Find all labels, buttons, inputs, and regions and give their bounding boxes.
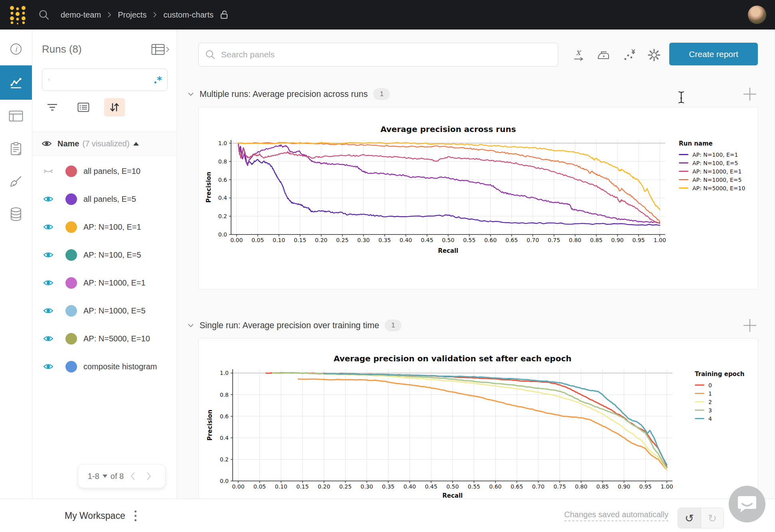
runs-search-input[interactable] <box>54 75 153 85</box>
legend-entry: 0 <box>695 381 745 389</box>
svg-text:0.2: 0.2 <box>218 213 227 219</box>
eye-visible-icon[interactable] <box>43 306 53 315</box>
run-row[interactable]: all panels, E=10 <box>32 157 176 185</box>
sort-icon[interactable] <box>104 98 125 116</box>
svg-text:0.45: 0.45 <box>421 237 433 243</box>
prev-page-icon[interactable] <box>126 469 140 483</box>
workspace-menu-icon[interactable] <box>131 508 140 524</box>
eye-visible-icon[interactable] <box>43 223 53 231</box>
svg-text:0.80: 0.80 <box>569 237 581 243</box>
breadcrumb-projects[interactable]: Projects <box>118 10 146 20</box>
eye-visible-icon[interactable] <box>43 250 53 259</box>
run-name: AP: N=1000, E=1 <box>83 278 146 288</box>
breadcrumb-project-name[interactable]: custom-charts <box>163 10 214 20</box>
section-header-single-run[interactable]: Single run: Average precision over train… <box>188 315 401 336</box>
redo-button[interactable]: ↻ <box>701 508 724 528</box>
svg-text:0.20: 0.20 <box>318 483 330 490</box>
avatar[interactable] <box>748 6 766 24</box>
page-range-dropdown[interactable]: 1-8 <box>88 472 99 481</box>
run-row[interactable]: AP: N=1000, E=5 <box>32 297 176 325</box>
svg-text:0.05: 0.05 <box>251 237 264 243</box>
svg-text:0.6: 0.6 <box>220 413 229 420</box>
outliers-icon[interactable] <box>621 47 637 63</box>
chart-panel-average-precision-across-runs[interactable]: 0.000.050.100.150.200.250.300.350.400.45… <box>198 107 758 290</box>
breadcrumb-team[interactable]: demo-team <box>61 10 101 20</box>
search-icon <box>48 75 50 85</box>
run-color-dot <box>65 333 77 345</box>
svg-text:0.15: 0.15 <box>294 237 306 243</box>
legend-swatch <box>695 401 704 402</box>
page-total-label: of 8 <box>111 472 124 481</box>
runs-name-header[interactable]: Name (7 visualized) <box>32 132 176 156</box>
eye-icon[interactable] <box>42 139 52 148</box>
eye-visible-icon[interactable] <box>43 334 53 343</box>
panel-search-input[interactable] <box>220 49 558 60</box>
svg-text:0.10: 0.10 <box>273 237 285 243</box>
svg-text:Average precision across runs: Average precision across runs <box>380 124 516 134</box>
collapse-chevron-icon[interactable] <box>188 323 194 327</box>
autosave-status[interactable]: Changes saved automatically <box>564 510 668 521</box>
eye-visible-icon[interactable] <box>43 362 53 371</box>
artifacts-database-icon[interactable] <box>0 198 32 231</box>
x-axis-settings-icon[interactable]: x <box>571 47 587 63</box>
run-row[interactable]: all panels, E=5 <box>32 185 176 213</box>
group-list-icon[interactable] <box>73 98 94 116</box>
svg-text:0.70: 0.70 <box>526 237 539 243</box>
nav-search-icon[interactable] <box>38 9 49 20</box>
settings-gear-icon[interactable] <box>646 47 662 63</box>
legend-entry: 4 <box>695 414 745 423</box>
svg-text:0.40: 0.40 <box>399 237 412 243</box>
workspace-name[interactable]: My Workspace <box>65 499 125 532</box>
eye-visible-icon[interactable] <box>43 195 53 203</box>
svg-text:Precision: Precision <box>206 410 214 441</box>
legend-label: 0 <box>708 382 712 388</box>
create-report-button[interactable]: Create report <box>669 43 758 65</box>
add-panel-icon[interactable] <box>742 317 758 333</box>
filter-icon[interactable] <box>42 98 63 116</box>
panel-grid-icon[interactable] <box>0 100 32 132</box>
sweeps-broom-icon[interactable] <box>0 165 32 198</box>
run-row[interactable]: composite histogram <box>32 353 176 380</box>
run-list: all panels, E=10all panels, E=5AP: N=100… <box>32 157 176 380</box>
run-row[interactable]: AP: N=5000, E=10 <box>32 325 176 353</box>
left-icon-rail: i <box>0 30 32 499</box>
svg-text:1.0: 1.0 <box>220 370 229 376</box>
info-icon[interactable]: i <box>0 33 32 65</box>
svg-text:0.0: 0.0 <box>218 231 227 238</box>
next-page-icon[interactable] <box>142 469 156 483</box>
legend-title: Run name <box>679 140 745 147</box>
notes-clipboard-icon[interactable] <box>0 132 32 165</box>
runs-table-toggle[interactable] <box>151 44 170 55</box>
run-row[interactable]: AP: N=100, E=5 <box>32 241 176 269</box>
legend-swatch <box>679 171 688 172</box>
workspace-charts-icon[interactable] <box>0 65 32 100</box>
smoothing-iron-icon[interactable] <box>595 47 611 63</box>
panel-count-badge: 1 <box>373 88 390 100</box>
runs-search-box: .* <box>42 69 168 91</box>
svg-text:0.50: 0.50 <box>446 483 459 490</box>
svg-text:0.60: 0.60 <box>484 237 496 243</box>
svg-text:0.40: 0.40 <box>403 483 416 490</box>
svg-text:0.65: 0.65 <box>511 483 523 490</box>
section-header-multiple-runs[interactable]: Multiple runs: Average precision across … <box>188 84 390 104</box>
svg-text:0.85: 0.85 <box>590 237 603 243</box>
undo-button[interactable]: ↺ <box>678 508 701 528</box>
svg-text:0.05: 0.05 <box>253 483 266 490</box>
svg-text:0.4: 0.4 <box>220 435 229 441</box>
eye-visible-icon[interactable] <box>43 278 53 287</box>
svg-text:0.60: 0.60 <box>489 483 502 490</box>
run-color-dot <box>65 166 77 177</box>
eye-hidden-icon[interactable] <box>43 167 53 175</box>
collapse-chevron-icon[interactable] <box>188 92 194 96</box>
regex-toggle[interactable]: .* <box>153 74 162 86</box>
support-chat-icon[interactable] <box>729 486 765 522</box>
run-row[interactable]: AP: N=1000, E=1 <box>32 269 176 297</box>
wandb-logo-icon[interactable] <box>9 5 27 24</box>
legend-entry: AP: N=100, E=5 <box>679 159 745 167</box>
legend-label: AP: N=1000, E=5 <box>692 177 741 183</box>
legend-entry: AP: N=5000, E=10 <box>679 184 745 192</box>
add-panel-icon[interactable] <box>742 86 758 102</box>
run-name: all panels, E=5 <box>83 195 136 204</box>
run-row[interactable]: AP: N=100, E=1 <box>32 213 176 241</box>
page-size-caret-icon[interactable] <box>103 475 107 478</box>
